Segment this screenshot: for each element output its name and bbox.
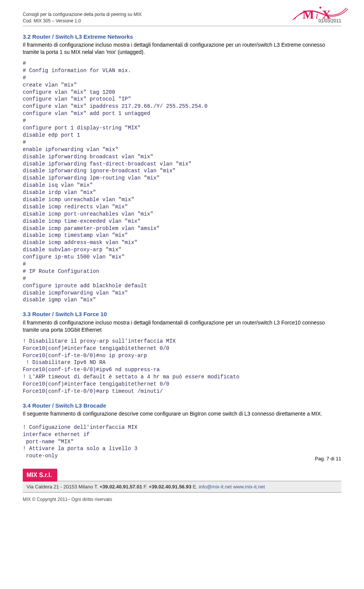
footer-address-prefix: Via Caldera 21 - 20153 Milano T.: [27, 484, 99, 490]
section-heading-34: 3.4 Router / Switch L3 Brocade: [23, 402, 341, 409]
footer-fax-label: F.: [142, 484, 149, 490]
doc-code: Cod. MIX 305 – Versione 1.0: [23, 18, 142, 24]
svg-text:M: M: [303, 8, 314, 21]
svg-text:X: X: [322, 8, 331, 21]
code-block-34: ! Configuazione dell'interfaccia MIX int…: [23, 424, 137, 460]
section-intro-33: Il frammento di configurazione incluso m…: [23, 319, 341, 334]
footer-address: Via Caldera 21 - 20153 Milano T. +39.02.…: [23, 481, 341, 493]
section-heading-33: 3.3 Router / Switch L3 Force 10: [23, 310, 341, 318]
svg-text:i: i: [315, 10, 318, 21]
code-block-32: # # Config information for VLAN mix. # c…: [23, 60, 341, 304]
footer-email-link[interactable]: info@mix-it.net: [199, 484, 232, 490]
copyright: MIX © Copyright 2011– Ogni diritto riser…: [23, 496, 341, 502]
footer-phone1: +39.02.40.91.57.01: [99, 484, 142, 490]
mix-logo: M i X: [288, 3, 353, 26]
svg-point-3: [319, 6, 321, 8]
footer-site-link[interactable]: www.mix-it.net: [233, 484, 265, 490]
section-intro-34: Il seguente frammento di configurazione …: [23, 410, 341, 418]
section-heading-32: 3.2 Router / Switch L3 Extreme Networks: [23, 33, 341, 41]
footer-phone2: +39.02.40.91.56.93: [149, 484, 191, 490]
footer-email-label: E.: [191, 484, 199, 490]
section-intro-32: Il frammento di configurazione incluso m…: [23, 41, 341, 56]
footer-brand: MIX S.r.l.: [23, 469, 57, 482]
code-block-33: ! Disabilitare il proxy-arp sull'interfa…: [23, 338, 341, 395]
doc-title: Consigli per la configurazione della por…: [23, 11, 142, 18]
page-number: Pag. 7 di 11: [315, 455, 341, 462]
